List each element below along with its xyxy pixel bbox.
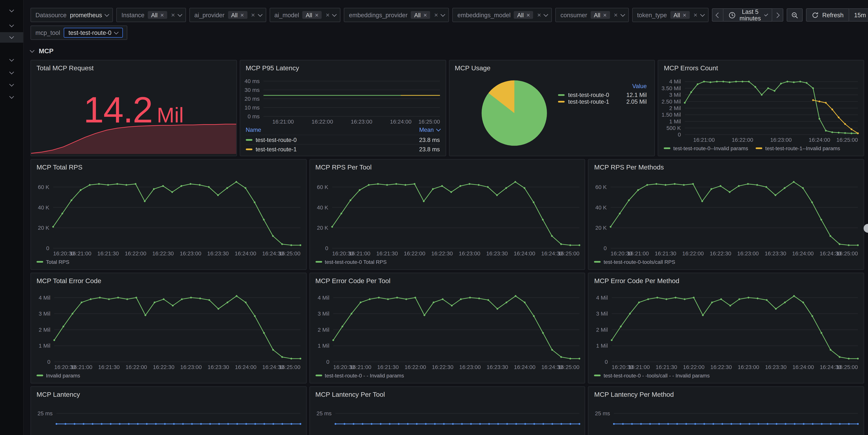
legend-item[interactable]: Invalid params — [36, 372, 80, 379]
panel-title[interactable]: MCP Lantency Per Tool — [310, 389, 585, 400]
remove-tag-icon[interactable]: × — [315, 12, 318, 18]
timeseries-chart[interactable]: 24 ms24.5 ms25 ms16:20:3016:21:0016:21:3… — [589, 400, 864, 435]
legend-item[interactable]: test-test-route-0--Invalid params — [664, 145, 748, 151]
panel-title[interactable]: MCP Errors Count — [658, 63, 864, 74]
legend-item[interactable]: Total RPS — [36, 259, 69, 265]
filter-pill-mcp_tool[interactable]: mcp_tooltest-test-route-0 — [31, 26, 128, 40]
chevron-down-icon[interactable] — [620, 12, 625, 17]
sidebar-item[interactable] — [0, 55, 23, 65]
chevron-down-icon[interactable] — [332, 12, 337, 17]
time-shift-forward-button[interactable] — [772, 8, 783, 22]
panel-title[interactable]: MCP Total Error Code — [31, 276, 306, 287]
stat-body: 14.2Mil — [31, 74, 237, 154]
clear-filter-icon[interactable]: × — [251, 11, 255, 18]
filter-pill-embeddings_model[interactable]: embeddings_modelAll×× — [452, 8, 552, 22]
timeseries-chart[interactable]: 24 ms24.5 ms25 ms16:20:3016:21:0016:21:3… — [31, 400, 306, 435]
chevron-down-icon[interactable] — [441, 12, 445, 17]
remove-tag-icon[interactable]: × — [240, 12, 244, 18]
sidebar-item[interactable] — [0, 68, 23, 78]
svg-text:16:23:30: 16:23:30 — [207, 250, 229, 257]
timeseries-chart[interactable]: 01 Mil2 Mil3 Mil4 Mil16:20:3016:21:0016:… — [31, 287, 306, 371]
clear-filter-icon[interactable]: × — [693, 11, 698, 18]
chevron-down-icon[interactable] — [700, 12, 705, 17]
svg-text:4 Mil: 4 Mil — [596, 295, 608, 301]
clear-filter-icon[interactable]: × — [434, 11, 438, 18]
sidebar-item[interactable] — [0, 6, 23, 16]
remove-tag-icon[interactable]: × — [160, 12, 164, 18]
filter-tag-all[interactable]: All× — [228, 11, 247, 19]
remove-tag-icon[interactable]: × — [423, 12, 427, 18]
chevron-down-icon[interactable] — [544, 12, 549, 17]
filter-value[interactable]: test-test-route-0 — [63, 28, 123, 38]
chevron-down-icon[interactable] — [257, 12, 262, 17]
timeseries-chart[interactable]: 020 K40 K60 K16:20:3016:21:0016:21:3016:… — [310, 173, 585, 257]
series-name[interactable]: test-test-route-1 — [256, 146, 297, 152]
clear-filter-icon[interactable]: × — [171, 11, 175, 18]
legend-item[interactable]: test-test-route-1--Invalid params — [756, 145, 840, 151]
section-row-mcp[interactable]: MCP — [31, 47, 861, 55]
sidebar-item[interactable] — [0, 80, 23, 90]
panel-title[interactable]: MCP Lantency Per Method — [589, 389, 864, 400]
filter-pill-ai_provider[interactable]: ai_providerAll×× — [189, 8, 266, 22]
remove-tag-icon[interactable]: × — [527, 12, 530, 18]
svg-text:16:21:30: 16:21:30 — [376, 250, 398, 257]
series-name[interactable]: test-test-route-0 — [568, 91, 609, 98]
filter-pill-ai_model[interactable]: ai_modelAll×× — [269, 8, 341, 22]
value-column-header[interactable]: Value — [558, 83, 647, 89]
remove-tag-icon[interactable]: × — [603, 12, 607, 18]
panel-title[interactable]: MCP RPS Per Methods — [589, 162, 864, 173]
panel-title[interactable]: MCP P95 Latency — [240, 63, 445, 74]
filter-pill-Datasource[interactable]: Datasourceprometheus — [31, 8, 113, 22]
filter-tag-all[interactable]: All× — [148, 11, 167, 19]
sidebar-item[interactable] — [0, 21, 23, 31]
timeseries-chart[interactable]: 020 K40 K60 K16:20:3016:21:0016:21:3016:… — [31, 173, 306, 257]
name-column-header[interactable]: Name — [246, 126, 261, 133]
timeseries-chart[interactable]: 0 ms10 ms20 ms30 ms40 ms16:21:0016:22:00… — [240, 74, 445, 125]
series-name[interactable]: test-test-route-0 — [256, 136, 297, 143]
legend-item[interactable]: test-test-route-0 - - Invalid params — [315, 372, 404, 379]
timeseries-chart[interactable]: 24 ms24.5 ms25 ms16:20:3016:21:0016:21:3… — [310, 400, 585, 435]
filter-label: mcp_tool — [35, 29, 60, 36]
filter-pill-Instance[interactable]: InstanceAll×× — [117, 8, 186, 22]
filter-value[interactable]: prometheus — [70, 11, 108, 18]
filter-tag-all[interactable]: All× — [591, 11, 610, 19]
filter-tag-all[interactable]: All× — [411, 11, 430, 19]
filter-pill-token_type[interactable]: token_typeAll×× — [632, 8, 709, 22]
mean-column-header[interactable]: Mean — [419, 126, 440, 133]
time-shift-back-button[interactable] — [712, 8, 723, 22]
sidebar-item[interactable] — [0, 92, 23, 103]
filter-pill-embeddings_provider[interactable]: embeddings_providerAll×× — [344, 8, 449, 22]
timeseries-chart[interactable]: 01 Mil2 Mil3 Mil4 Mil16:20:3016:21:0016:… — [589, 287, 864, 371]
refresh-interval-button[interactable]: 15m — [849, 8, 868, 22]
refresh-button[interactable]: Refresh — [806, 8, 849, 22]
panel-title[interactable]: MCP Lantency — [31, 389, 306, 400]
chevron-down-icon[interactable] — [178, 12, 182, 17]
filter-tag-all[interactable]: All× — [302, 11, 322, 19]
clear-filter-icon[interactable]: × — [614, 11, 618, 18]
legend-item[interactable]: test-test-route-0 - -tools/call - - Inva… — [594, 372, 710, 379]
sidebar-item[interactable] — [0, 32, 23, 42]
usage-pie-chart[interactable] — [482, 81, 547, 146]
timeseries-chart[interactable]: 01 Mil2 Mil3 Mil4 Mil16:20:3016:21:0016:… — [310, 287, 585, 371]
clear-filter-icon[interactable]: × — [326, 11, 330, 18]
panel-title[interactable]: MCP RPS Per Tool — [310, 162, 585, 173]
svg-text:16:21:30: 16:21:30 — [655, 250, 677, 257]
legend-item[interactable]: test-test-route-0 Total RPS — [315, 259, 387, 265]
chevron-down-icon — [9, 8, 14, 12]
zoom-out-button[interactable] — [787, 8, 803, 22]
remove-tag-icon[interactable]: × — [683, 12, 686, 18]
time-range-button[interactable]: Last 5 minutes — [723, 8, 772, 22]
panel-title[interactable]: MCP Usage — [449, 63, 654, 74]
panel-title[interactable]: MCP Error Code Per Tool — [310, 276, 585, 287]
series-name[interactable]: test-test-route-1 — [568, 98, 609, 105]
filter-tag-all[interactable]: All× — [670, 11, 690, 19]
filter-tag-all[interactable]: All× — [514, 11, 533, 19]
panel-title[interactable]: MCP Error Code Per Method — [589, 276, 864, 287]
panel-title[interactable]: Total MCP Request — [31, 63, 237, 74]
legend-item[interactable]: test-test-route-0-tools/call RPS — [594, 259, 675, 265]
filter-pill-consumer[interactable]: consumerAll×× — [556, 8, 629, 22]
timeseries-chart[interactable]: 020 K40 K60 K16:20:3016:21:0016:21:3016:… — [589, 173, 864, 257]
timeseries-chart[interactable]: 0500 K1 Mil1.50 Mil2 Mil2.50 Mil3 Mil3.5… — [658, 74, 864, 143]
panel-title[interactable]: MCP Total RPS — [31, 162, 306, 173]
clear-filter-icon[interactable]: × — [537, 11, 541, 18]
